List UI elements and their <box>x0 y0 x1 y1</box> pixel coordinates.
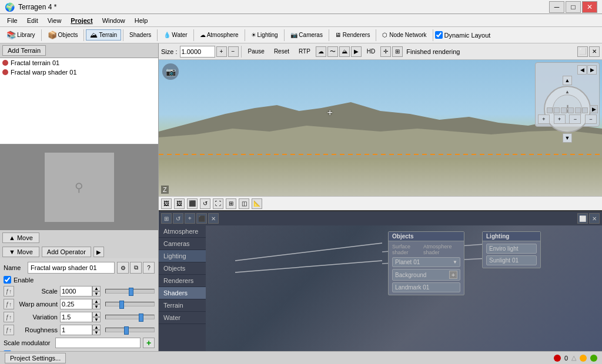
warp-slider[interactable] <box>105 302 155 306</box>
nav-down-btn[interactable]: ▼ <box>563 133 572 143</box>
node-tb-btn-1[interactable]: ⊞ <box>161 213 172 224</box>
nav-zoom-in2-btn[interactable]: + <box>554 114 566 124</box>
view-status-btn-8[interactable]: 📐 <box>252 198 262 209</box>
terrain-item-2[interactable]: Fractal warp shader 01 <box>0 68 158 77</box>
variation-up-btn[interactable]: ▲ <box>92 312 101 317</box>
menu-help[interactable]: Help <box>130 16 153 25</box>
view-status-btn-1[interactable]: 🖼 <box>161 198 172 209</box>
variation-icon-btn[interactable]: ƒ↑ <box>4 312 14 322</box>
toolbar-atmosphere[interactable]: ☁ Atmosphere <box>196 31 243 39</box>
nav-strip-btn-3[interactable] <box>561 107 567 113</box>
scale-mod-field[interactable] <box>55 338 141 348</box>
roughness-input[interactable] <box>60 325 92 335</box>
view-close-btn[interactable]: ✕ <box>589 46 600 57</box>
terrain-btn2[interactable]: ⛰ <box>339 46 350 57</box>
toolbar-terrain[interactable]: ⛰ Terrain <box>86 29 121 41</box>
name-settings-btn[interactable]: ⚙ <box>117 262 129 274</box>
size-add-btn[interactable]: + <box>216 46 227 57</box>
background-node[interactable]: Background + <box>392 269 460 281</box>
view-status-btn-4[interactable]: ↺ <box>200 198 210 209</box>
variation-input[interactable] <box>60 312 92 322</box>
view-expand-btn[interactable]: ⬜ <box>577 46 588 57</box>
landmark-node[interactable]: Landmark 01 <box>392 282 460 292</box>
variation-slider[interactable] <box>105 315 155 319</box>
name-copy-btn[interactable]: ⧉ <box>130 262 142 274</box>
nav-strip-btn-1[interactable] <box>547 107 553 113</box>
scale-down-btn[interactable]: ▼ <box>92 291 101 296</box>
toolbar-water[interactable]: 💧 Water <box>159 31 191 39</box>
node-tb-expand-btn[interactable]: ⬜ <box>577 213 588 224</box>
size-input[interactable] <box>180 46 215 58</box>
nav-zoom-out-btn[interactable]: − <box>569 114 581 124</box>
add-terrain-button[interactable]: Add Terrain <box>2 45 46 56</box>
scale-icon-btn[interactable]: ƒ↑ <box>4 286 14 296</box>
toolbar-objects[interactable]: 📦 Objects <box>44 29 82 41</box>
move-up-button[interactable]: ▲ Move <box>2 232 39 243</box>
enable-checkbox[interactable] <box>4 276 11 284</box>
terrain-item-1[interactable]: Fractal terrain 01 <box>0 58 158 68</box>
water-btn[interactable]: 〜 <box>327 46 338 57</box>
hd-button[interactable]: HD <box>363 46 379 56</box>
nav-up-btn[interactable]: ▲ <box>563 76 572 85</box>
nav-zoom-in-btn[interactable]: + <box>538 114 550 124</box>
warp-down-btn[interactable]: ▼ <box>92 304 101 309</box>
nav-strip-btn-2[interactable] <box>554 107 560 113</box>
minimize-button[interactable]: ─ <box>549 1 564 13</box>
cat-water[interactable]: Water <box>159 312 206 324</box>
roughness-icon-btn[interactable]: ƒ↑ <box>4 325 14 335</box>
nav-strip-btn-6[interactable] <box>582 107 588 113</box>
close-button[interactable]: ✕ <box>582 1 597 13</box>
cat-objects[interactable]: Objects <box>159 262 206 275</box>
toolbar-node-network[interactable]: ⬡ Node Network <box>378 31 430 39</box>
cat-lighting[interactable]: Lighting <box>159 250 206 262</box>
name-help-btn[interactable]: ? <box>143 262 155 274</box>
size-sub-btn[interactable]: − <box>228 46 239 57</box>
window-controls[interactable]: ─ □ ✕ <box>549 1 597 13</box>
node-tb-btn-4[interactable]: ⬛ <box>196 213 207 224</box>
scale-input[interactable] <box>60 286 92 296</box>
planet-node[interactable]: Planet 01 ▼ <box>392 257 460 267</box>
nav-right-btn[interactable]: ▶ <box>587 65 597 75</box>
roughness-slider[interactable] <box>105 328 155 332</box>
view-status-btn-2[interactable]: 🖼 <box>174 198 185 209</box>
node-tb-close-btn[interactable]: ✕ <box>589 213 600 224</box>
objects-node[interactable]: Objects Surface shader Atmosphere shader… <box>388 231 464 295</box>
enviro-light-node[interactable]: Enviro light <box>486 244 537 254</box>
roughness-down-btn[interactable]: ▼ <box>92 330 101 335</box>
cat-cameras[interactable]: Cameras <box>159 238 206 250</box>
toolbar-cameras[interactable]: 📷 Cameras <box>286 31 327 39</box>
name-input[interactable] <box>28 262 115 274</box>
add-operator-arrow[interactable]: ▶ <box>93 247 104 257</box>
reset-button[interactable]: Reset <box>270 46 293 56</box>
dynamic-layout-checkbox[interactable] <box>435 31 443 39</box>
toolbar-shaders[interactable]: Shaders <box>125 31 155 39</box>
nav-strip-btn-5[interactable] <box>575 107 581 113</box>
toolbar-lighting[interactable]: ☀ Lighting <box>247 31 282 39</box>
warp-up-btn[interactable]: ▲ <box>92 299 101 304</box>
menu-edit[interactable]: Edit <box>22 16 43 25</box>
menu-window[interactable]: Window <box>98 16 130 25</box>
node-tb-btn-2[interactable]: ↺ <box>173 213 183 224</box>
background-add-btn[interactable]: + <box>449 271 457 279</box>
menu-view[interactable]: View <box>43 16 66 25</box>
cat-terrain[interactable]: Terrain <box>159 299 206 312</box>
nav-cube[interactable]: ◀ ▶ ▲ ✛ ▲ ▼ <box>535 62 600 127</box>
warp-icon-btn[interactable]: ƒ↑ <box>4 299 14 309</box>
view-status-btn-3[interactable]: ⬛ <box>187 198 198 209</box>
menu-file[interactable]: File <box>2 16 22 25</box>
menu-project[interactable]: Project <box>66 16 97 25</box>
lighting-node[interactable]: Lighting Enviro light Sunlight 01 <box>482 231 541 268</box>
maximize-button[interactable]: □ <box>566 1 581 13</box>
add-operator-button[interactable]: Add Operator <box>42 247 91 257</box>
cat-atmosphere[interactable]: Atmosphere <box>159 225 206 238</box>
view-status-btn-5[interactable]: ⛶ <box>213 198 223 209</box>
view-status-btn-7[interactable]: ◫ <box>239 198 249 209</box>
move-down-button[interactable]: ▼ Move <box>2 247 39 257</box>
node-tb-btn-3[interactable]: ⌖ <box>185 213 195 224</box>
rtp-button[interactable]: RTP <box>295 46 315 56</box>
toolbar-renderers[interactable]: 🖥 Renderers <box>331 31 374 39</box>
cat-shaders[interactable]: Shaders <box>159 287 206 299</box>
sunlight-node[interactable]: Sunlight 01 <box>486 255 537 265</box>
scale-slider[interactable] <box>105 289 155 294</box>
variation-down-btn[interactable]: ▼ <box>92 317 101 322</box>
